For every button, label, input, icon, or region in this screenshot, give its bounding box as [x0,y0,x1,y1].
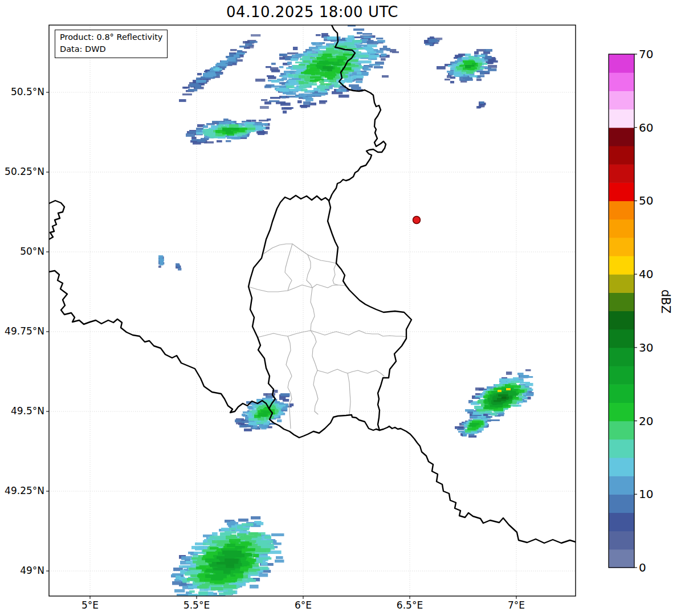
x-tick-label: 5°E [59,599,121,611]
colorbar-tick-label: 60 [639,121,653,134]
echo-cluster-nw-streak [179,34,260,102]
data-source-line: Data: DWD [60,43,162,55]
echo-cluster-south-mass [171,516,284,611]
border-belgium-france [49,271,269,413]
echo-cluster-east-cell-tail [455,414,492,438]
axis-ticks [46,92,516,599]
echo-cluster-north-small-west [424,36,442,46]
colorbar-tick-label: 10 [639,487,653,501]
y-tick-label: 49.75°N [0,325,44,337]
y-tick-label: 50.5°N [0,86,44,97]
x-tick-label: 6.5°E [378,599,441,611]
colorbar [609,54,637,568]
echo-cluster-sw-corner-cluster [235,390,293,431]
echo-cluster-tiny-east-dash [476,101,486,109]
y-tick-label: 49.25°N [0,485,44,496]
colorbar-tick-label: 40 [639,267,653,281]
colorbar-tick-label: 0 [639,561,646,574]
colorbar-tick-label: 30 [639,341,653,354]
x-tick-label: 7°E [485,599,548,611]
radar-map-canvas [0,0,685,616]
radar-station-marker [413,217,421,224]
border-france-germany [380,426,576,543]
echo-cluster-northeast-cell [437,49,498,83]
echo-cluster-tiny-west-1 [158,255,164,268]
y-tick-label: 50.25°N [0,166,44,177]
radar-echoes [158,23,534,611]
radar-figure: 04.10.2025 18:00 UTC Product: 0.8° Refle… [0,0,685,616]
y-tick-label: 49°N [0,565,44,576]
colorbar-tick-label: 50 [639,194,653,207]
echo-cluster-second-band [186,119,271,145]
figure-title: 04.10.2025 18:00 UTC [49,3,576,21]
product-line: Product: 0.8° Reflectivity [60,31,162,43]
border-luxembourg [248,195,411,438]
product-info-box: Product: 0.8° Reflectivity Data: DWD [55,30,168,58]
border-france-bump [49,201,64,239]
echo-cluster-tiny-west-2 [176,263,181,271]
echo-cluster-north-mass [255,23,399,113]
colorbar-tick-label: 70 [639,47,653,61]
plot-frame [49,25,576,596]
colorbar-tick-label: 20 [639,414,653,428]
x-tick-label: 6°E [272,599,335,611]
x-tick-label: 5.5°E [165,599,228,611]
colorbar-unit-label: dBZ [659,289,672,313]
y-tick-label: 50°N [0,246,44,257]
y-tick-label: 49.5°N [0,405,44,417]
grid-lines [49,25,576,596]
